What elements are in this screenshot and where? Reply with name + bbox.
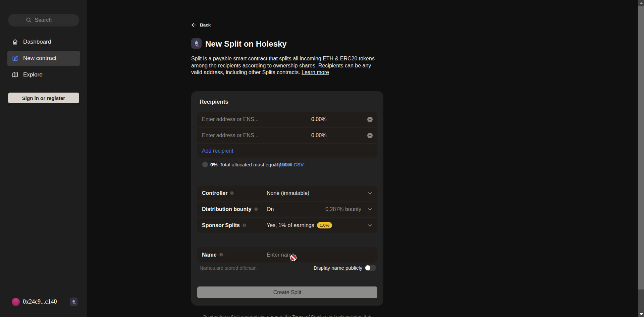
setting-label-text: Sponsor Splits — [202, 222, 240, 228]
agreement-prefix: By creating a Split contract you agree t… — [203, 314, 292, 317]
back-button[interactable]: Back — [191, 22, 211, 28]
setting-value-text: Yes, 1% of earnings — [267, 222, 314, 228]
info-icon — [243, 223, 246, 227]
arrow-left-icon — [191, 23, 197, 27]
triangle-up-icon — [640, 2, 643, 4]
allocation-progress-icon — [202, 162, 208, 167]
distribution-bounty-label: Distribution bounty — [202, 206, 258, 212]
sponsor-splits-label: Sponsor Splits — [202, 222, 246, 228]
minus-icon — [369, 135, 371, 136]
description-text: Split is a payable smart contract that s… — [191, 56, 375, 75]
home-icon — [12, 39, 18, 45]
remove-recipient-button[interactable] — [367, 133, 373, 138]
percent-field[interactable]: 0.00% — [311, 116, 326, 122]
page-title: New Split on Holesky — [205, 39, 287, 49]
sidebar: Dashboard New contract Explore Sign in o… — [0, 0, 87, 317]
terms-of-service-link[interactable]: Terms of Service — [292, 314, 326, 317]
setting-value-text: On — [267, 206, 274, 212]
remove-recipient-button[interactable] — [367, 117, 373, 122]
address-input[interactable] — [202, 116, 373, 122]
scrollbar — [638, 0, 644, 317]
map-icon — [12, 71, 18, 78]
name-note-row: Names are stored offchain Display name p… — [191, 265, 383, 272]
setting-value-text: None (immutable) — [267, 190, 309, 196]
search-box[interactable] — [8, 14, 79, 27]
search-icon — [26, 17, 32, 23]
chevron-down-icon — [368, 224, 372, 227]
controller-label: Controller — [202, 190, 234, 196]
new-split-card: Recipients 0.00% 0.00% Add recipient 0% … — [191, 91, 383, 306]
controller-row[interactable]: Controller None (immutable) — [197, 186, 377, 201]
search-input[interactable] — [35, 17, 62, 23]
scrollbar-thumb[interactable] — [638, 6, 644, 289]
account-address: 0x24c9...c140 — [23, 298, 57, 305]
sidebar-item-new-contract[interactable]: New contract — [7, 51, 80, 66]
minus-icon — [369, 119, 371, 120]
sidebar-item-dashboard[interactable]: Dashboard — [7, 35, 80, 49]
sidebar-item-explore[interactable]: Explore — [7, 68, 80, 82]
ethereum-testnet-icon — [71, 299, 76, 305]
scroll-up-button[interactable] — [638, 0, 644, 6]
percent-field[interactable]: 0.00% — [311, 133, 326, 139]
chain-badge — [191, 38, 202, 49]
sponsor-splits-row[interactable]: Sponsor Splits Yes, 1% of earnings 1.0% — [197, 218, 377, 233]
triangle-down-icon — [640, 313, 643, 315]
create-split-button[interactable]: Create Split — [197, 286, 377, 298]
setting-label-text: Controller — [202, 190, 227, 196]
app-screen: Dashboard New contract Explore Sign in o… — [0, 0, 644, 317]
avatar — [12, 298, 20, 306]
agreement-suffix: and acknowledge that — [326, 314, 371, 317]
sidebar-item-label: Explore — [23, 71, 43, 78]
toggle-knob — [365, 265, 370, 270]
offchain-note: Names are stored offchain — [200, 265, 257, 271]
display-publicly-label: Display name publicly — [314, 265, 362, 271]
chevron-down-icon — [368, 208, 372, 211]
recipient-row: 0.00% — [197, 128, 377, 143]
chevron-down-icon — [368, 192, 372, 195]
sign-in-button[interactable]: Sign in or register — [8, 93, 79, 103]
info-icon — [254, 207, 258, 211]
add-recipient-link[interactable]: Add recipient — [202, 148, 233, 154]
recipient-row: 0.00% — [197, 112, 377, 127]
agreement-note: By creating a Split contract you agree t… — [191, 314, 383, 317]
learn-more-link[interactable]: Learn more — [302, 69, 329, 75]
sponsor-splits-value: Yes, 1% of earnings 1.0% — [267, 222, 332, 228]
name-input[interactable] — [267, 252, 347, 258]
network-selector-button[interactable] — [70, 298, 77, 306]
ethereum-testnet-icon — [193, 40, 200, 47]
setting-label-text: Distribution bounty — [202, 206, 252, 212]
name-label: Name — [202, 252, 223, 258]
controller-value: None (immutable) — [267, 190, 309, 196]
name-row: Name — [197, 247, 377, 262]
edit-icon — [12, 55, 18, 62]
setting-label-text: Name — [202, 252, 217, 258]
distribution-bounty-row[interactable]: Distribution bounty On 0.287% bounty — [197, 202, 377, 217]
allocation-percent: 0% — [210, 162, 218, 167]
scroll-down-button[interactable] — [638, 311, 644, 317]
distribution-bounty-value: On — [267, 206, 274, 212]
address-input[interactable] — [202, 133, 373, 139]
sidebar-item-label: Dashboard — [23, 39, 51, 45]
upload-csv-link[interactable]: Upload CSV — [275, 162, 304, 167]
page-description: Split is a payable smart contract that s… — [191, 55, 376, 76]
add-recipient-row[interactable]: Add recipient — [197, 144, 377, 158]
allocation-status-row: 0% Total allocated must equal 100% Uploa… — [197, 161, 377, 168]
sidebar-item-label: New contract — [23, 55, 56, 62]
display-publicly-toggle[interactable] — [365, 265, 376, 271]
sponsor-badge: 1.0% — [317, 222, 332, 228]
recipients-title: Recipients — [200, 99, 228, 105]
info-icon — [219, 253, 223, 257]
account-row[interactable]: 0x24c9...c140 — [0, 297, 87, 311]
bounty-detail: 0.287% bounty — [325, 206, 361, 212]
info-icon — [230, 191, 234, 195]
back-label: Back — [200, 22, 211, 28]
